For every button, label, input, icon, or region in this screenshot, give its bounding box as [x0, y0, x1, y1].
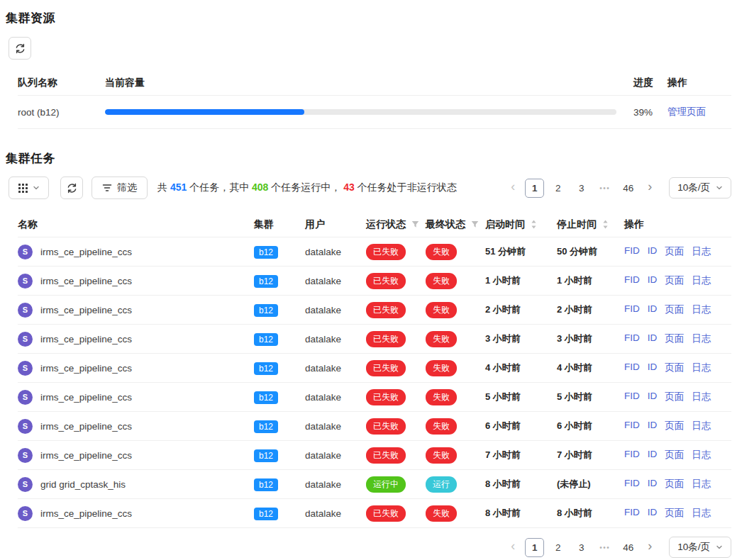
fid-link[interactable]: FID — [624, 478, 640, 491]
page-button-3[interactable]: 3 — [572, 538, 591, 557]
log-link[interactable]: 日志 — [692, 391, 711, 403]
id-link[interactable]: ID — [648, 245, 658, 258]
id-link[interactable]: ID — [648, 391, 658, 403]
task-name[interactable]: irms_ce_pipeline_ccs — [40, 450, 132, 461]
page-link[interactable]: 页面 — [665, 245, 684, 258]
next-page-button[interactable]: › — [642, 538, 658, 556]
log-link[interactable]: 日志 — [692, 507, 711, 520]
log-link[interactable]: 日志 — [692, 332, 711, 345]
task-name[interactable]: grid grid_cptask_his — [40, 479, 126, 490]
id-link[interactable]: ID — [648, 274, 658, 287]
id-link[interactable]: ID — [648, 420, 658, 432]
page-button-1[interactable]: 1 — [525, 179, 544, 198]
avatar: S — [18, 303, 33, 318]
avatar: S — [18, 332, 33, 347]
task-name[interactable]: irms_ce_pipeline_ccs — [40, 392, 132, 403]
task-user: datalake — [305, 392, 366, 403]
task-table-body: S irms_ce_pipeline_ccs b12 datalake 已失败 … — [18, 237, 731, 528]
run-status-cell: 已失败 — [366, 244, 426, 260]
fid-link[interactable]: FID — [624, 449, 640, 461]
page-link[interactable]: 页面 — [665, 507, 684, 520]
stop-time: 4 小时前 — [557, 362, 624, 374]
log-link[interactable]: 日志 — [692, 274, 711, 287]
prev-page-button[interactable]: ‹ — [505, 538, 521, 556]
fid-link[interactable]: FID — [624, 507, 640, 520]
fid-link[interactable]: FID — [624, 391, 640, 403]
page-link[interactable]: 页面 — [665, 391, 684, 403]
fid-link[interactable]: FID — [624, 245, 640, 258]
col-user: 用户 — [305, 218, 366, 231]
id-link[interactable]: ID — [648, 303, 658, 316]
task-summary: 共 451 个任务，其中 408 个任务运行中， 43 个任务处于非运行状态 — [157, 181, 457, 194]
task-name[interactable]: irms_ce_pipeline_ccs — [40, 247, 132, 257]
page-button-3[interactable]: 3 — [572, 179, 591, 198]
cluster-cell: b12 — [254, 420, 305, 433]
task-name[interactable]: irms_ce_pipeline_ccs — [40, 276, 132, 286]
task-name[interactable]: irms_ce_pipeline_ccs — [40, 363, 132, 374]
cluster-resources-title: 集群资源 — [6, 10, 731, 26]
col-queue-name: 队列名称 — [18, 77, 105, 89]
refresh-resources-button[interactable] — [9, 37, 31, 60]
run-status-cell: 已失败 — [366, 360, 426, 376]
prev-page-button[interactable]: ‹ — [505, 179, 521, 197]
filter-funnel-icon[interactable] — [411, 220, 419, 228]
fid-link[interactable]: FID — [624, 274, 640, 287]
page-size-select[interactable]: 10条/页 — [669, 537, 731, 558]
page-link[interactable]: 页面 — [665, 332, 684, 345]
task-name[interactable]: irms_ce_pipeline_ccs — [40, 421, 132, 432]
manage-page-link[interactable]: 管理页面 — [667, 106, 706, 117]
start-time: 8 小时前 — [485, 478, 557, 491]
fid-link[interactable]: FID — [624, 362, 640, 374]
row-actions: FIDID页面日志 — [624, 449, 731, 461]
table-row: S irms_ce_pipeline_ccs b12 datalake 已失败 … — [18, 296, 731, 325]
page-link[interactable]: 页面 — [665, 274, 684, 287]
page-link[interactable]: 页面 — [665, 420, 684, 432]
refresh-tasks-button[interactable] — [60, 177, 83, 199]
table-row: S irms_ce_pipeline_ccs b12 datalake 已失败 … — [18, 383, 731, 412]
summary-seg: 个任务处于非运行状态 — [355, 181, 457, 193]
log-link[interactable]: 日志 — [692, 449, 711, 461]
log-link[interactable]: 日志 — [692, 303, 711, 316]
page-link[interactable]: 页面 — [665, 478, 684, 491]
log-link[interactable]: 日志 — [692, 478, 711, 491]
sort-icon[interactable] — [531, 220, 537, 229]
log-link[interactable]: 日志 — [692, 420, 711, 432]
filter-button[interactable]: 筛选 — [92, 177, 148, 199]
page-button-46[interactable]: 46 — [619, 538, 638, 557]
page-button-2[interactable]: 2 — [548, 179, 567, 198]
next-page-button[interactable]: › — [642, 179, 658, 197]
log-link[interactable]: 日志 — [692, 245, 711, 258]
task-name-cell: S irms_ce_pipeline_ccs — [18, 332, 254, 347]
summary-seg: 共 — [157, 181, 170, 193]
cluster-cell: b12 — [254, 274, 305, 288]
task-name[interactable]: irms_ce_pipeline_ccs — [40, 508, 132, 519]
id-link[interactable]: ID — [648, 332, 658, 345]
page-button-2[interactable]: 2 — [548, 538, 567, 557]
fid-link[interactable]: FID — [624, 303, 640, 316]
id-link[interactable]: ID — [648, 449, 658, 461]
page-link[interactable]: 页面 — [665, 362, 684, 374]
id-link[interactable]: ID — [648, 478, 658, 491]
page-button-46[interactable]: 46 — [619, 179, 638, 198]
task-name[interactable]: irms_ce_pipeline_ccs — [40, 305, 132, 315]
log-link[interactable]: 日志 — [692, 362, 711, 374]
fid-link[interactable]: FID — [624, 332, 640, 345]
row-actions: FIDID页面日志 — [624, 274, 731, 287]
page-size-select[interactable]: 10条/页 — [669, 177, 731, 198]
chevron-down-icon — [716, 544, 723, 551]
cluster-resources-table: 队列名称 当前容量 进度 操作 root (b12) 39% 管理页面 — [18, 70, 731, 129]
avatar: S — [18, 419, 33, 434]
row-actions: FIDID页面日志 — [624, 332, 731, 345]
col-stop-time-label: 停止时间 — [557, 218, 597, 231]
task-name[interactable]: irms_ce_pipeline_ccs — [40, 334, 132, 345]
page-button-1[interactable]: 1 — [525, 538, 544, 557]
fid-link[interactable]: FID — [624, 420, 640, 432]
page-link[interactable]: 页面 — [665, 303, 684, 316]
stop-time: (未停止) — [557, 478, 624, 491]
sort-icon[interactable] — [602, 220, 609, 229]
page-link[interactable]: 页面 — [665, 449, 684, 461]
id-link[interactable]: ID — [648, 362, 658, 374]
id-link[interactable]: ID — [648, 507, 658, 520]
filter-funnel-icon[interactable] — [471, 220, 479, 228]
layout-grid-button[interactable] — [9, 177, 49, 199]
